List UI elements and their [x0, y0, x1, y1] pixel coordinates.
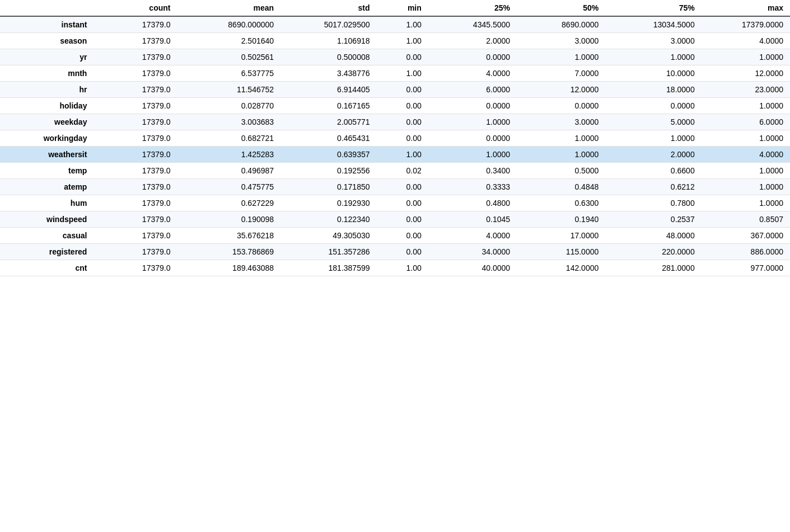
- cell-min: 0.00: [377, 130, 428, 147]
- cell-p50: 0.1940: [517, 211, 605, 228]
- cell-max: 1.0000: [702, 49, 790, 65]
- cell-p25: 0.1045: [428, 211, 517, 228]
- cell-count: 17379.0: [96, 114, 177, 130]
- cell-mean: 0.028770: [177, 98, 281, 114]
- cell-mean: 2.501640: [177, 33, 281, 49]
- stats-table-container: count mean std min 25% 50% 75% max insta…: [0, 0, 790, 532]
- table-row: instant17379.08690.0000005017.0295001.00…: [0, 16, 790, 33]
- cell-max: 1.0000: [702, 179, 790, 195]
- cell-std: 151.357286: [281, 244, 376, 260]
- cell-max: 0.8507: [702, 211, 790, 228]
- table-row: cnt17379.0189.463088181.3875991.0040.000…: [0, 260, 790, 276]
- cell-index: windspeed: [0, 211, 96, 228]
- cell-p75: 0.6600: [605, 163, 701, 179]
- cell-p50: 1.0000: [517, 147, 605, 163]
- cell-count: 17379.0: [96, 33, 177, 49]
- cell-std: 0.500008: [281, 49, 376, 65]
- cell-mean: 0.496987: [177, 163, 281, 179]
- cell-mean: 189.463088: [177, 260, 281, 276]
- cell-std: 3.438776: [281, 65, 376, 82]
- cell-p75: 220.0000: [605, 244, 701, 260]
- cell-max: 1.0000: [702, 163, 790, 179]
- cell-min: 0.00: [377, 228, 428, 244]
- cell-p25: 6.0000: [428, 82, 517, 98]
- cell-max: 1.0000: [702, 98, 790, 114]
- table-row: atemp17379.00.4757750.1718500.000.33330.…: [0, 179, 790, 195]
- cell-p75: 48.0000: [605, 228, 701, 244]
- cell-std: 5017.029500: [281, 16, 376, 33]
- cell-min: 1.00: [377, 65, 428, 82]
- header-index: [0, 0, 96, 16]
- cell-p50: 8690.0000: [517, 16, 605, 33]
- cell-std: 0.465431: [281, 130, 376, 147]
- cell-std: 1.106918: [281, 33, 376, 49]
- cell-min: 0.00: [377, 82, 428, 98]
- cell-min: 1.00: [377, 16, 428, 33]
- cell-max: 886.0000: [702, 244, 790, 260]
- cell-p75: 281.0000: [605, 260, 701, 276]
- cell-min: 0.00: [377, 244, 428, 260]
- cell-p50: 12.0000: [517, 82, 605, 98]
- cell-p25: 0.3400: [428, 163, 517, 179]
- cell-p50: 3.0000: [517, 33, 605, 49]
- cell-mean: 0.502561: [177, 49, 281, 65]
- cell-count: 17379.0: [96, 211, 177, 228]
- cell-p25: 0.4800: [428, 195, 517, 211]
- cell-p50: 0.6300: [517, 195, 605, 211]
- cell-min: 0.00: [377, 98, 428, 114]
- cell-p75: 2.0000: [605, 147, 701, 163]
- cell-p25: 0.0000: [428, 49, 517, 65]
- cell-index: hr: [0, 82, 96, 98]
- table-row: workingday17379.00.6827210.4654310.000.0…: [0, 130, 790, 147]
- cell-count: 17379.0: [96, 49, 177, 65]
- cell-mean: 3.003683: [177, 114, 281, 130]
- header-50: 50%: [517, 0, 605, 16]
- cell-std: 2.005771: [281, 114, 376, 130]
- cell-count: 17379.0: [96, 163, 177, 179]
- cell-p75: 0.6212: [605, 179, 701, 195]
- cell-mean: 11.546752: [177, 82, 281, 98]
- cell-mean: 0.682721: [177, 130, 281, 147]
- header-max: max: [702, 0, 790, 16]
- table-row: weekday17379.03.0036832.0057710.001.0000…: [0, 114, 790, 130]
- table-row: holiday17379.00.0287700.1671650.000.0000…: [0, 98, 790, 114]
- cell-min: 1.00: [377, 33, 428, 49]
- cell-p50: 0.0000: [517, 98, 605, 114]
- cell-p25: 1.0000: [428, 147, 517, 163]
- cell-max: 6.0000: [702, 114, 790, 130]
- stats-table: count mean std min 25% 50% 75% max insta…: [0, 0, 790, 276]
- table-row: weathersit17379.01.4252830.6393571.001.0…: [0, 147, 790, 163]
- cell-p75: 5.0000: [605, 114, 701, 130]
- cell-std: 0.192556: [281, 163, 376, 179]
- cell-index: holiday: [0, 98, 96, 114]
- table-row: temp17379.00.4969870.1925560.020.34000.5…: [0, 163, 790, 179]
- cell-count: 17379.0: [96, 228, 177, 244]
- table-row: windspeed17379.00.1900980.1223400.000.10…: [0, 211, 790, 228]
- header-std: std: [281, 0, 376, 16]
- cell-min: 1.00: [377, 260, 428, 276]
- cell-std: 0.192930: [281, 195, 376, 211]
- cell-p75: 18.0000: [605, 82, 701, 98]
- cell-max: 977.0000: [702, 260, 790, 276]
- cell-count: 17379.0: [96, 16, 177, 33]
- cell-p75: 0.2537: [605, 211, 701, 228]
- cell-std: 6.914405: [281, 82, 376, 98]
- header-mean: mean: [177, 0, 281, 16]
- table-row: yr17379.00.5025610.5000080.000.00001.000…: [0, 49, 790, 65]
- cell-count: 17379.0: [96, 179, 177, 195]
- cell-index: temp: [0, 163, 96, 179]
- cell-min: 0.02: [377, 163, 428, 179]
- cell-count: 17379.0: [96, 260, 177, 276]
- cell-count: 17379.0: [96, 130, 177, 147]
- cell-min: 0.00: [377, 179, 428, 195]
- table-row: season17379.02.5016401.1069181.002.00003…: [0, 33, 790, 49]
- cell-count: 17379.0: [96, 244, 177, 260]
- cell-index: hum: [0, 195, 96, 211]
- cell-p50: 1.0000: [517, 49, 605, 65]
- cell-max: 4.0000: [702, 33, 790, 49]
- cell-p25: 4345.5000: [428, 16, 517, 33]
- cell-mean: 0.190098: [177, 211, 281, 228]
- cell-p50: 7.0000: [517, 65, 605, 82]
- cell-p75: 1.0000: [605, 49, 701, 65]
- cell-p25: 40.0000: [428, 260, 517, 276]
